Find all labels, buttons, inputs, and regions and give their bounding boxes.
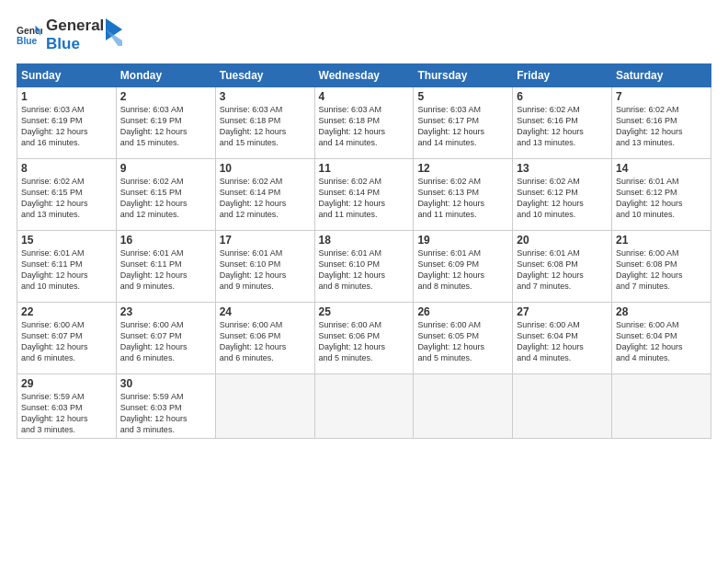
calendar-cell: 16Sunrise: 6:01 AM Sunset: 6:11 PM Dayli…: [116, 230, 215, 302]
calendar-cell: 13Sunrise: 6:02 AM Sunset: 6:12 PM Dayli…: [513, 158, 612, 230]
day-info: Sunrise: 6:03 AM Sunset: 6:18 PM Dayligh…: [220, 104, 311, 149]
calendar-cell: 18Sunrise: 6:01 AM Sunset: 6:10 PM Dayli…: [314, 230, 414, 302]
calendar-header-wednesday: Wednesday: [314, 63, 414, 86]
calendar-cell: 2Sunrise: 6:03 AM Sunset: 6:19 PM Daylig…: [116, 86, 215, 158]
day-info: Sunrise: 6:01 AM Sunset: 6:11 PM Dayligh…: [21, 247, 112, 293]
day-number: 18: [319, 234, 410, 247]
day-number: 17: [220, 234, 311, 247]
day-number: 23: [120, 305, 211, 318]
calendar-cell: 8Sunrise: 6:02 AM Sunset: 6:15 PM Daylig…: [17, 158, 117, 230]
day-number: 16: [120, 234, 211, 247]
logo-icon: General Blue: [17, 22, 42, 48]
calendar-week-row: 15Sunrise: 6:01 AM Sunset: 6:11 PM Dayli…: [17, 230, 711, 302]
calendar-cell: 26Sunrise: 6:00 AM Sunset: 6:05 PM Dayli…: [414, 302, 513, 373]
calendar-header-tuesday: Tuesday: [215, 63, 314, 86]
calendar-cell: 30Sunrise: 5:59 AM Sunset: 6:03 PM Dayli…: [116, 373, 215, 439]
day-number: 29: [21, 377, 112, 390]
calendar-cell: 5Sunrise: 6:03 AM Sunset: 6:17 PM Daylig…: [414, 86, 513, 158]
calendar-cell: [414, 373, 513, 439]
day-number: 10: [220, 162, 311, 175]
day-info: Sunrise: 6:02 AM Sunset: 6:14 PM Dayligh…: [220, 176, 311, 221]
day-number: 2: [120, 90, 211, 103]
calendar-table: SundayMondayTuesdayWednesdayThursdayFrid…: [17, 63, 711, 440]
logo: General Blue General Blue: [17, 17, 122, 54]
day-number: 19: [417, 234, 508, 247]
calendar-cell: 23Sunrise: 6:00 AM Sunset: 6:07 PM Dayli…: [116, 302, 215, 373]
page: General Blue General Blue SundayMondayTu…: [0, 0, 728, 563]
day-info: Sunrise: 6:02 AM Sunset: 6:12 PM Dayligh…: [517, 176, 608, 221]
day-info: Sunrise: 6:00 AM Sunset: 6:06 PM Dayligh…: [319, 319, 410, 364]
calendar-cell: 25Sunrise: 6:00 AM Sunset: 6:06 PM Dayli…: [314, 302, 414, 373]
day-number: 11: [319, 162, 410, 175]
day-info: Sunrise: 6:03 AM Sunset: 6:18 PM Dayligh…: [319, 104, 410, 149]
day-info: Sunrise: 6:01 AM Sunset: 6:09 PM Dayligh…: [417, 247, 508, 293]
calendar-cell: 1Sunrise: 6:03 AM Sunset: 6:19 PM Daylig…: [17, 86, 117, 158]
calendar-cell: [612, 373, 711, 439]
day-info: Sunrise: 6:01 AM Sunset: 6:08 PM Dayligh…: [517, 247, 608, 293]
calendar-header-thursday: Thursday: [414, 63, 513, 86]
svg-text:Blue: Blue: [17, 37, 38, 47]
calendar-cell: 9Sunrise: 6:02 AM Sunset: 6:15 PM Daylig…: [116, 158, 215, 230]
day-info: Sunrise: 5:59 AM Sunset: 6:03 PM Dayligh…: [21, 391, 112, 436]
calendar-cell: 24Sunrise: 6:00 AM Sunset: 6:06 PM Dayli…: [215, 302, 314, 373]
day-info: Sunrise: 6:00 AM Sunset: 6:04 PM Dayligh…: [517, 319, 608, 364]
day-number: 12: [417, 162, 508, 175]
day-info: Sunrise: 6:03 AM Sunset: 6:19 PM Dayligh…: [120, 104, 211, 149]
calendar-cell: 17Sunrise: 6:01 AM Sunset: 6:10 PM Dayli…: [215, 230, 314, 302]
calendar-cell: 4Sunrise: 6:03 AM Sunset: 6:18 PM Daylig…: [314, 86, 414, 158]
day-info: Sunrise: 6:00 AM Sunset: 6:08 PM Dayligh…: [616, 247, 707, 293]
calendar-header-friday: Friday: [513, 63, 612, 86]
day-info: Sunrise: 6:02 AM Sunset: 6:16 PM Dayligh…: [517, 104, 608, 149]
day-info: Sunrise: 6:01 AM Sunset: 6:10 PM Dayligh…: [319, 247, 410, 293]
day-number: 6: [517, 90, 608, 103]
logo-arrow-icon: [106, 18, 122, 46]
calendar-cell: 28Sunrise: 6:00 AM Sunset: 6:04 PM Dayli…: [612, 302, 711, 373]
day-number: 30: [120, 377, 211, 390]
logo-blue: Blue: [46, 35, 104, 53]
calendar-cell: 3Sunrise: 6:03 AM Sunset: 6:18 PM Daylig…: [215, 86, 314, 158]
calendar-header-monday: Monday: [116, 63, 215, 86]
day-number: 13: [517, 162, 608, 175]
day-info: Sunrise: 6:01 AM Sunset: 6:10 PM Dayligh…: [220, 247, 311, 293]
day-info: Sunrise: 6:00 AM Sunset: 6:04 PM Dayligh…: [616, 319, 707, 364]
day-number: 20: [517, 234, 608, 247]
day-number: 5: [417, 90, 508, 103]
day-number: 21: [616, 234, 707, 247]
day-number: 8: [21, 162, 112, 175]
day-info: Sunrise: 6:03 AM Sunset: 6:17 PM Dayligh…: [417, 104, 508, 149]
calendar-header-row: SundayMondayTuesdayWednesdayThursdayFrid…: [17, 63, 711, 86]
calendar-cell: 10Sunrise: 6:02 AM Sunset: 6:14 PM Dayli…: [215, 158, 314, 230]
day-number: 25: [319, 305, 410, 318]
day-info: Sunrise: 6:02 AM Sunset: 6:15 PM Dayligh…: [21, 176, 112, 221]
calendar-cell: 29Sunrise: 5:59 AM Sunset: 6:03 PM Dayli…: [17, 373, 117, 439]
day-info: Sunrise: 6:00 AM Sunset: 6:05 PM Dayligh…: [417, 319, 508, 364]
day-info: Sunrise: 6:02 AM Sunset: 6:15 PM Dayligh…: [120, 176, 211, 221]
day-info: Sunrise: 6:02 AM Sunset: 6:14 PM Dayligh…: [319, 176, 410, 221]
calendar-cell: 22Sunrise: 6:00 AM Sunset: 6:07 PM Dayli…: [17, 302, 117, 373]
day-number: 28: [616, 305, 707, 318]
calendar-week-row: 29Sunrise: 5:59 AM Sunset: 6:03 PM Dayli…: [17, 373, 711, 439]
calendar-cell: 27Sunrise: 6:00 AM Sunset: 6:04 PM Dayli…: [513, 302, 612, 373]
calendar-cell: [314, 373, 414, 439]
calendar-week-row: 1Sunrise: 6:03 AM Sunset: 6:19 PM Daylig…: [17, 86, 711, 158]
header: General Blue General Blue: [17, 17, 711, 54]
calendar-cell: 21Sunrise: 6:00 AM Sunset: 6:08 PM Dayli…: [612, 230, 711, 302]
calendar-cell: [513, 373, 612, 439]
day-info: Sunrise: 5:59 AM Sunset: 6:03 PM Dayligh…: [120, 391, 211, 436]
calendar-cell: 20Sunrise: 6:01 AM Sunset: 6:08 PM Dayli…: [513, 230, 612, 302]
logo-general: General: [46, 17, 104, 35]
calendar-cell: 14Sunrise: 6:01 AM Sunset: 6:12 PM Dayli…: [612, 158, 711, 230]
day-number: 9: [120, 162, 211, 175]
day-number: 3: [220, 90, 311, 103]
day-number: 1: [21, 90, 112, 103]
calendar-cell: 7Sunrise: 6:02 AM Sunset: 6:16 PM Daylig…: [612, 86, 711, 158]
calendar-header-saturday: Saturday: [612, 63, 711, 86]
day-info: Sunrise: 6:03 AM Sunset: 6:19 PM Dayligh…: [21, 104, 112, 149]
day-info: Sunrise: 6:00 AM Sunset: 6:07 PM Dayligh…: [120, 319, 211, 364]
day-info: Sunrise: 6:01 AM Sunset: 6:11 PM Dayligh…: [120, 247, 211, 293]
calendar-week-row: 22Sunrise: 6:00 AM Sunset: 6:07 PM Dayli…: [17, 302, 711, 373]
day-info: Sunrise: 6:00 AM Sunset: 6:07 PM Dayligh…: [21, 319, 112, 364]
day-number: 26: [417, 305, 508, 318]
calendar-cell: 11Sunrise: 6:02 AM Sunset: 6:14 PM Dayli…: [314, 158, 414, 230]
day-number: 22: [21, 305, 112, 318]
